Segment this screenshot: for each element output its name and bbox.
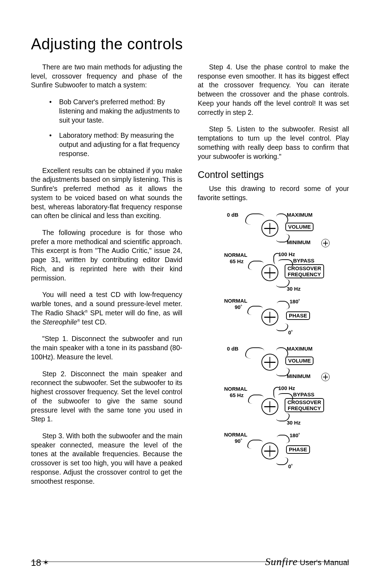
- label-30hz: 30 Hz: [287, 419, 300, 426]
- lead-line: [245, 347, 264, 359]
- label-180: 180˚: [290, 298, 300, 305]
- label-frequency: FREQUENCY: [288, 271, 321, 277]
- step-3: Step 3. With both the subwoofer and the …: [31, 432, 182, 486]
- phase-row-1: NORMAL 90˚ 180˚ PHASE 0˚: [207, 297, 340, 340]
- control-settings-intro: Use this drawing to record some of your …: [198, 184, 349, 202]
- label-normal: NORMAL: [224, 297, 247, 304]
- lead-line: [276, 347, 288, 357]
- equipment-text-3: test CD.: [80, 318, 107, 326]
- label-volume-box: VOLUME: [285, 223, 314, 231]
- label-phase-box: PHASE: [286, 445, 310, 454]
- stereophile-name: Stereophile: [43, 318, 77, 326]
- lead-line: [247, 440, 263, 449]
- label-bypass: BYPASS: [293, 257, 315, 264]
- aux-knob-icon: [321, 373, 330, 381]
- page-number-text: 18: [31, 557, 41, 568]
- phase-row-2: NORMAL 90˚ 180˚ PHASE 0˚: [207, 431, 340, 474]
- lead-line: [276, 213, 288, 223]
- crossover-row-1: NORMAL 65 Hz 100 Hz BYPASS CROSSOVER FRE…: [207, 251, 340, 297]
- left-column: There are two main methods for adjusting…: [31, 63, 182, 494]
- lead-line: [245, 213, 264, 225]
- method-listening: Bob Carver's preferred method: By listen…: [49, 98, 182, 125]
- page-number: 18✶: [31, 557, 49, 568]
- footer-tail: User's Manual: [298, 558, 349, 567]
- audio-critic-paragraph: The following procedure is for those who…: [31, 228, 182, 283]
- controls-diagram: 0 dB MAXIMUM VOLUME MINIMUM NORMAL 65 Hz: [198, 210, 349, 474]
- lead-line: [248, 261, 264, 270]
- label-normal: NORMAL: [224, 385, 247, 392]
- label-0deg: 0˚: [288, 463, 293, 470]
- label-100hz: 100 Hz: [278, 385, 295, 392]
- label-minimum: MINIMUM: [287, 239, 311, 246]
- label-crossover-box: CROSSOVER FREQUENCY: [285, 264, 324, 278]
- control-settings-heading: Control settings: [198, 169, 349, 181]
- label-0deg: 0˚: [288, 329, 293, 336]
- volume-knob-icon: [261, 220, 278, 237]
- label-crossover-box: CROSSOVER FREQUENCY: [285, 398, 324, 412]
- control-set-1: 0 dB MAXIMUM VOLUME MINIMUM NORMAL 65 Hz: [207, 210, 340, 340]
- crossover-knob-icon: [261, 398, 278, 415]
- intro-paragraph: There are two main methods for adjusting…: [31, 63, 182, 90]
- step-1: "Step 1. Disconnect the subwoofer and ru…: [31, 334, 182, 361]
- volume-knob-icon: [261, 354, 278, 371]
- control-set-2: 0 dB MAXIMUM VOLUME MINIMUM NORMAL 65 Hz: [207, 344, 340, 474]
- right-column: Step 4. Use the phase control to make th…: [198, 63, 349, 494]
- label-100hz: 100 Hz: [278, 251, 295, 258]
- manual-page: Adjusting the controls There are two mai…: [0, 0, 380, 588]
- sunfire-logo: Sunfire: [265, 556, 298, 567]
- label-normal: NORMAL: [224, 431, 247, 438]
- crossover-row-2: NORMAL 65 Hz 100 Hz BYPASS CROSSOVER FRE…: [207, 385, 340, 431]
- label-90: 90˚: [235, 438, 242, 445]
- label-bypass: BYPASS: [293, 391, 315, 398]
- lead-line: [277, 435, 290, 443]
- label-90: 90˚: [235, 304, 242, 311]
- lead-line: [276, 323, 288, 331]
- star-icon: ✶: [43, 559, 49, 567]
- page-title: Adjusting the controls: [31, 35, 349, 53]
- lead-line: [277, 301, 290, 309]
- label-30hz: 30 Hz: [287, 285, 300, 292]
- label-frequency: FREQUENCY: [288, 405, 321, 411]
- label-180: 180˚: [290, 432, 300, 439]
- lead-line: [247, 306, 263, 315]
- content-columns: There are two main methods for adjusting…: [31, 63, 349, 494]
- label-volume-box: VOLUME: [285, 357, 314, 365]
- label-crossover: CROSSOVER: [287, 265, 321, 271]
- equipment-paragraph: You will need a test CD with low-frequen…: [31, 290, 182, 327]
- lead-line: [248, 395, 264, 404]
- label-maximum: MAXIMUM: [287, 211, 312, 218]
- aux-knob-icon: [321, 239, 330, 247]
- method-laboratory: Laboratory method: By measuring the outp…: [49, 131, 182, 158]
- step-2: Step 2. Disconnect the main speaker and …: [31, 370, 182, 424]
- phase-knob-icon: [261, 309, 278, 326]
- label-minimum: MINIMUM: [287, 373, 311, 380]
- label-crossover: CROSSOVER: [287, 399, 321, 405]
- registered-mark-1: ®: [85, 309, 88, 313]
- label-maximum: MAXIMUM: [287, 345, 312, 352]
- phase-knob-icon: [261, 442, 278, 459]
- label-65hz: 65 Hz: [230, 258, 243, 265]
- label-0db: 0 dB: [227, 211, 239, 218]
- step-4: Step 4. Use the phase control to make th…: [198, 63, 349, 117]
- label-65hz: 65 Hz: [230, 392, 243, 399]
- footer-brand: Sunfire User's Manual: [265, 556, 349, 568]
- label-normal: NORMAL: [224, 252, 247, 259]
- volume-row-2: 0 dB MAXIMUM VOLUME MINIMUM: [207, 344, 340, 385]
- step-5: Step 5. Listen to the subwoofer. Resist …: [198, 125, 349, 161]
- volume-row-1: 0 dB MAXIMUM VOLUME MINIMUM: [207, 210, 340, 251]
- crossover-knob-icon: [261, 264, 278, 281]
- label-0db: 0 dB: [227, 345, 239, 352]
- preferred-method-paragraph: Excellent results can be obtained if you…: [31, 166, 182, 221]
- lead-line: [276, 457, 288, 465]
- methods-list: Bob Carver's preferred method: By listen…: [31, 98, 182, 158]
- label-phase-box: PHASE: [286, 311, 310, 320]
